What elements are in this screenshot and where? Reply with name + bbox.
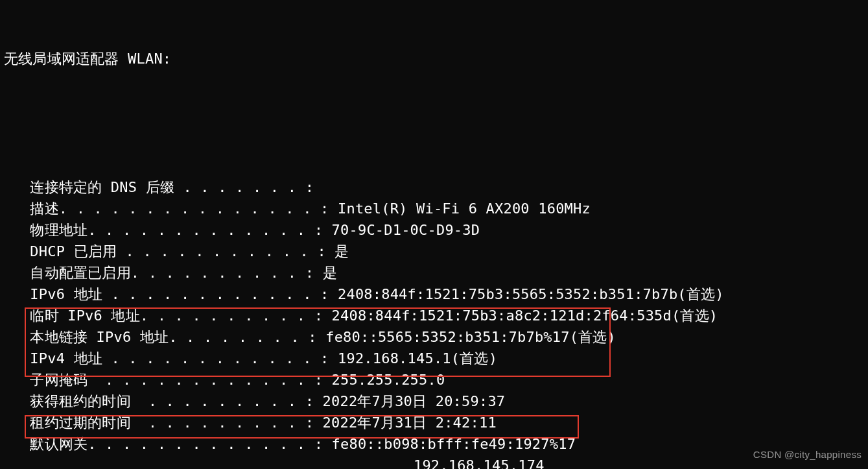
- config-label: 租约过期的时间: [4, 415, 131, 431]
- config-label: IPv4 地址: [4, 350, 102, 367]
- config-label: IPv6 地址: [4, 286, 102, 302]
- config-value: 70-9C-D1-0C-D9-3D: [332, 222, 480, 238]
- dots-separator: . . . . . . . . . . . . :: [88, 372, 331, 388]
- adapter-header: 无线局域网适配器 WLAN:: [4, 48, 864, 69]
- config-label: DHCP 已启用: [4, 243, 117, 259]
- dots-separator: . . . . . . . . . . . . . . . :: [59, 200, 338, 217]
- config-label: 默认网关: [4, 436, 88, 452]
- dots-separator: . . . . . . . . . . . . . :: [88, 222, 331, 238]
- terminal-output: 无线局域网适配器 WLAN: 连接特定的 DNS 后缀 . . . . . . …: [0, 0, 868, 469]
- config-row: 临时 IPv6 地址. . . . . . . . . . : 2408:844…: [4, 305, 864, 326]
- config-row: 192.168.145.174: [4, 455, 864, 469]
- config-label: 自动配置已启用: [4, 265, 131, 281]
- config-row: 租约过期的时间 . . . . . . . . . : 2022年7月31日 2…: [4, 412, 864, 433]
- config-value: 192.168.145.174: [414, 457, 545, 469]
- config-row: 描述. . . . . . . . . . . . . . . : Intel(…: [4, 198, 864, 219]
- config-value: 2022年7月31日 2:42:11: [323, 415, 497, 431]
- config-value: fe80::b098:bfff:fe49:1927%17: [332, 436, 576, 452]
- config-value: 255.255.255.0: [332, 372, 445, 388]
- config-row: 本地链接 IPv6 地址. . . . . . . . : fe80::5565…: [4, 326, 864, 348]
- config-value: 2022年7月30日 20:59:37: [323, 393, 506, 409]
- config-label: [4, 457, 30, 469]
- dots-separator: . . . . . . . . . . . . :: [102, 286, 338, 302]
- config-row: 自动配置已启用. . . . . . . . . . : 是: [4, 262, 864, 283]
- config-value: 192.168.145.1(首选): [338, 350, 497, 367]
- config-label: 本地链接 IPv6 地址: [4, 329, 169, 345]
- config-label: 子网掩码: [4, 372, 88, 388]
- dots-separator: . . . . . . . . . :: [131, 415, 323, 431]
- dots-separator: . . . . . . . . . . :: [140, 307, 332, 324]
- dots-separator: . . . . . . . . . . . . . :: [88, 436, 331, 452]
- config-label: 描述: [4, 200, 59, 217]
- config-row: 物理地址. . . . . . . . . . . . . : 70-9C-D1…: [4, 219, 864, 241]
- config-value: Intel(R) Wi-Fi 6 AX200 160MHz: [338, 200, 591, 217]
- dots-separator: . . . . . . . . . :: [131, 393, 323, 409]
- config-label: 物理地址: [4, 222, 88, 238]
- config-row: 获得租约的时间 . . . . . . . . . : 2022年7月30日 2…: [4, 391, 864, 412]
- config-row: IPv6 地址 . . . . . . . . . . . . : 2408:8…: [4, 283, 864, 305]
- config-value: 是: [334, 243, 349, 259]
- dots-separator: . . . . . . . . . . :: [131, 265, 323, 281]
- config-label: 连接特定的 DNS 后缀: [4, 179, 174, 195]
- config-value: 2408:844f:1521:75b3:a8c2:121d:2f64:535d(…: [332, 307, 718, 324]
- config-label: 临时 IPv6 地址: [4, 307, 140, 324]
- dots-separator: . . . . . . . . . . . . :: [102, 350, 338, 367]
- config-value: 2408:844f:1521:75b3:5565:5352:b351:7b7b(…: [338, 286, 724, 302]
- config-row: 连接特定的 DNS 后缀 . . . . . . . :: [4, 176, 864, 198]
- config-value: 是: [323, 265, 337, 281]
- dots-separator: . . . . . . . . . . . :: [117, 243, 334, 259]
- dots-separator: . . . . . . . :: [174, 179, 323, 195]
- config-row: IPv4 地址 . . . . . . . . . . . . : 192.16…: [4, 348, 864, 369]
- config-value: fe80::5565:5352:b351:7b7b%17(首选): [325, 329, 616, 345]
- config-row: 子网掩码 . . . . . . . . . . . . : 255.255.2…: [4, 369, 864, 391]
- config-label: 获得租约的时间: [4, 393, 131, 409]
- dots-separator: . . . . . . . . :: [169, 329, 325, 345]
- dots-separator: [30, 457, 414, 469]
- config-row: DHCP 已启用 . . . . . . . . . . . : 是: [4, 241, 864, 262]
- config-row: 默认网关. . . . . . . . . . . . . : fe80::b0…: [4, 433, 864, 455]
- watermark: CSDN @city_happiness: [753, 444, 862, 465]
- blank-line: [4, 112, 864, 134]
